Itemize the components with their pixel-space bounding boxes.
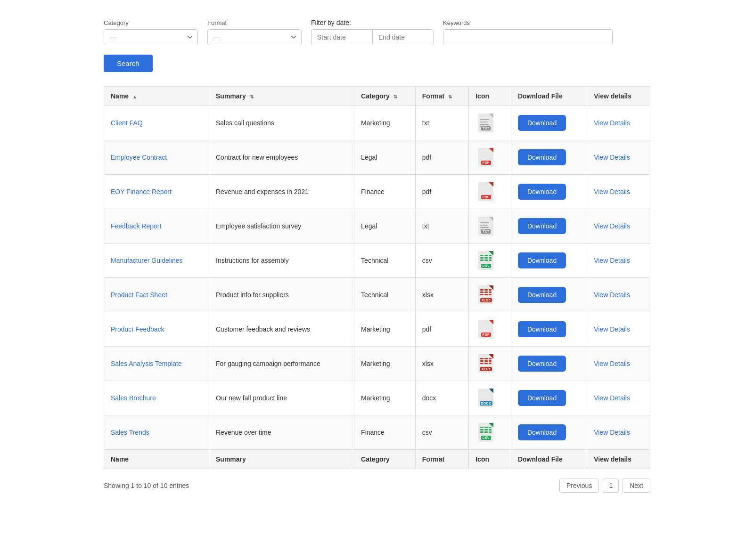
file-icon-csv: CSV bbox=[475, 422, 496, 443]
cell-download: Download bbox=[511, 347, 587, 381]
download-button[interactable]: Download bbox=[518, 424, 566, 440]
cell-category: Finance bbox=[354, 175, 416, 209]
keywords-label: Keywords bbox=[443, 19, 613, 26]
table-row: Employee Contract Contract for new emplo… bbox=[104, 140, 650, 175]
view-details-link[interactable]: View Details bbox=[594, 188, 630, 195]
cell-icon: TXT bbox=[469, 209, 511, 243]
category-select[interactable]: — Marketing Legal Finance Technical bbox=[104, 29, 198, 45]
cell-name: Feedback Report bbox=[104, 209, 209, 243]
footer-col-download: Download File bbox=[511, 450, 587, 469]
cell-view: View Details bbox=[587, 415, 650, 450]
cell-download: Download bbox=[511, 243, 587, 278]
date-filter-group: Filter by date: bbox=[311, 19, 434, 45]
view-details-link[interactable]: View Details bbox=[594, 429, 630, 436]
view-details-link[interactable]: View Details bbox=[594, 222, 630, 230]
page-wrapper: Category — Marketing Legal Finance Techn… bbox=[75, 0, 679, 511]
end-date-input[interactable] bbox=[372, 29, 434, 45]
cell-name: EOY Finance Report bbox=[104, 175, 209, 209]
document-name-link[interactable]: Client FAQ bbox=[111, 119, 143, 127]
cell-name: Sales Analysis Template bbox=[104, 347, 209, 381]
cell-format: csv bbox=[415, 415, 468, 450]
table-row: Product Feedback Customer feedback and r… bbox=[104, 312, 650, 347]
download-button[interactable]: Download bbox=[518, 287, 566, 303]
download-button[interactable]: Download bbox=[518, 356, 566, 372]
download-button[interactable]: Download bbox=[518, 184, 566, 200]
cell-category: Finance bbox=[354, 415, 416, 450]
keywords-input[interactable] bbox=[443, 29, 613, 45]
download-button[interactable]: Download bbox=[518, 321, 566, 337]
cell-view: View Details bbox=[587, 106, 650, 140]
cell-name: Sales Brochure bbox=[104, 381, 209, 415]
cell-name: Product Fact Sheet bbox=[104, 278, 209, 312]
search-button[interactable]: Search bbox=[104, 55, 153, 72]
table-row: Sales Analysis Template For gauging camp… bbox=[104, 347, 650, 381]
cell-category: Technical bbox=[354, 243, 416, 278]
cell-summary: Instructions for assembly bbox=[209, 243, 354, 278]
view-details-link[interactable]: View Details bbox=[594, 360, 630, 367]
col-name[interactable]: Name ▲ bbox=[104, 87, 209, 106]
document-name-link[interactable]: Product Fact Sheet bbox=[111, 291, 167, 299]
cell-icon: PDF bbox=[469, 312, 511, 347]
document-name-link[interactable]: EOY Finance Report bbox=[111, 188, 172, 195]
download-button[interactable]: Download bbox=[518, 252, 566, 268]
previous-button[interactable]: Previous bbox=[559, 479, 599, 493]
file-icon-docx: DOCX bbox=[475, 388, 496, 408]
file-icon-xlsx: XLS5 bbox=[475, 284, 496, 305]
view-details-link[interactable]: View Details bbox=[594, 119, 630, 127]
table-body: Client FAQ Sales call questions Marketin… bbox=[104, 106, 650, 450]
category-filter-group: Category — Marketing Legal Finance Techn… bbox=[104, 19, 198, 45]
col-icon: Icon bbox=[469, 87, 511, 106]
view-details-link[interactable]: View Details bbox=[594, 154, 630, 161]
documents-table: Name ▲ Summary ⇅ Category ⇅ Format ⇅ Ico… bbox=[104, 86, 650, 469]
table-row: Client FAQ Sales call questions Marketin… bbox=[104, 106, 650, 140]
col-category[interactable]: Category ⇅ bbox=[354, 87, 416, 106]
table-row: Manufacturer Guidelines Instructions for… bbox=[104, 243, 650, 278]
file-icon-pdf: PDF bbox=[475, 181, 496, 202]
start-date-input[interactable] bbox=[311, 29, 372, 45]
document-name-link[interactable]: Sales Brochure bbox=[111, 394, 156, 402]
view-details-link[interactable]: View Details bbox=[594, 291, 630, 299]
category-sort-icon: ⇅ bbox=[393, 94, 397, 99]
document-name-link[interactable]: Feedback Report bbox=[111, 222, 161, 230]
cell-view: View Details bbox=[587, 278, 650, 312]
next-button[interactable]: Next bbox=[623, 479, 650, 493]
cell-download: Download bbox=[511, 209, 587, 243]
view-details-link[interactable]: View Details bbox=[594, 257, 630, 264]
cell-name: Client FAQ bbox=[104, 106, 209, 140]
table-row: Sales Trends Revenue over time Finance c… bbox=[104, 415, 650, 450]
document-name-link[interactable]: Sales Analysis Template bbox=[111, 360, 182, 367]
cell-summary: Customer feedback and reviews bbox=[209, 312, 354, 347]
file-icon-pdf: PDF bbox=[475, 147, 496, 168]
format-filter-group: Format — txt pdf csv xlsx docx bbox=[207, 19, 302, 45]
col-format[interactable]: Format ⇅ bbox=[415, 87, 468, 106]
document-name-link[interactable]: Sales Trends bbox=[111, 429, 149, 436]
document-name-link[interactable]: Product Feedback bbox=[111, 325, 164, 333]
document-name-link[interactable]: Employee Contract bbox=[111, 154, 167, 161]
format-select[interactable]: — txt pdf csv xlsx docx bbox=[207, 29, 302, 45]
download-button[interactable]: Download bbox=[518, 149, 566, 165]
showing-text: Showing 1 to 10 of 10 entries bbox=[104, 482, 189, 489]
col-summary[interactable]: Summary ⇅ bbox=[209, 87, 354, 106]
download-button[interactable]: Download bbox=[518, 218, 566, 234]
cell-summary: Revenue over time bbox=[209, 415, 354, 450]
date-label: Filter by date: bbox=[311, 19, 434, 26]
cell-category: Legal bbox=[354, 140, 416, 175]
file-icon-txt: TXT bbox=[475, 113, 496, 133]
cell-summary: Our new fall product line bbox=[209, 381, 354, 415]
download-button[interactable]: Download bbox=[518, 390, 566, 406]
table-row: Product Fact Sheet Product info for supp… bbox=[104, 278, 650, 312]
download-button[interactable]: Download bbox=[518, 115, 566, 131]
cell-category: Legal bbox=[354, 209, 416, 243]
view-details-link[interactable]: View Details bbox=[594, 394, 630, 402]
cell-category: Marketing bbox=[354, 312, 416, 347]
table-row: EOY Finance Report Revenue and expenses … bbox=[104, 175, 650, 209]
cell-download: Download bbox=[511, 381, 587, 415]
cell-view: View Details bbox=[587, 209, 650, 243]
table-header-row: Name ▲ Summary ⇅ Category ⇅ Format ⇅ Ico… bbox=[104, 87, 650, 106]
cell-download: Download bbox=[511, 278, 587, 312]
view-details-link[interactable]: View Details bbox=[594, 325, 630, 333]
cell-format: docx bbox=[415, 381, 468, 415]
cell-download: Download bbox=[511, 175, 587, 209]
cell-category: Marketing bbox=[354, 106, 416, 140]
document-name-link[interactable]: Manufacturer Guidelines bbox=[111, 257, 183, 264]
